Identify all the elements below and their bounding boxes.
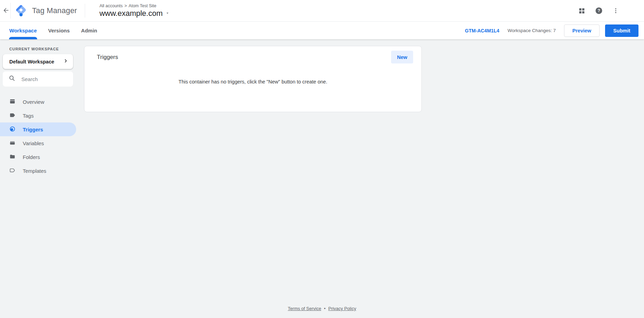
tag-manager-logo-icon (14, 3, 28, 18)
chevron-right-icon (63, 58, 68, 65)
sidebar-item-tags[interactable]: Tags (0, 109, 76, 122)
triggers-card: Triggers New This container has no trigg… (84, 46, 422, 112)
container-name: www.example.com (100, 9, 163, 18)
empty-state-message: This container has no triggers, click th… (84, 79, 421, 85)
container-selector[interactable]: www.example.com (100, 9, 170, 18)
sidebar-item-triggers[interactable]: Triggers (0, 122, 76, 136)
header-divider (10, 3, 11, 19)
page-title: Triggers (97, 54, 118, 61)
caret-down-icon (165, 10, 170, 17)
container-id-link[interactable]: GTM-AC4M1L4 (465, 28, 499, 33)
back-arrow-icon (2, 7, 10, 15)
tag-manager-logo-link[interactable]: Tag Manager (14, 3, 77, 18)
tab-workspace[interactable]: Workspace (9, 22, 37, 39)
template-icon (9, 167, 16, 175)
privacy-policy-link[interactable]: Privacy Policy (328, 306, 356, 311)
breadcrumb-all-accounts-link[interactable]: All accounts (100, 3, 123, 8)
submit-button[interactable]: Submit (605, 24, 638, 37)
variables-icon (9, 140, 16, 147)
breadcrumb-account-link[interactable]: Atom Test Site (129, 3, 156, 8)
sidebar-item-variables[interactable]: Variables (0, 136, 76, 150)
search-icon (9, 75, 16, 83)
workspace-changes-count: 7 (553, 28, 556, 33)
sidebar-item-templates[interactable]: Templates (0, 164, 76, 178)
sidebar: CURRENT WORKSPACE Default Workspace Over… (0, 39, 76, 318)
preview-button[interactable]: Preview (564, 24, 600, 37)
folder-icon (9, 153, 16, 161)
main-area: Triggers New This container has no trigg… (76, 39, 644, 318)
current-workspace-label: CURRENT WORKSPACE (9, 47, 76, 51)
breadcrumb: All accounts > Atom Test Site www.exampl… (100, 3, 170, 18)
sidebar-nav: Overview Tags Triggers Variables (0, 95, 76, 178)
sidebar-item-overview[interactable]: Overview (0, 95, 76, 109)
apps-grid-icon[interactable] (578, 7, 585, 14)
tab-bar: Workspace Versions Admin GTM-AC4M1L4 Wor… (0, 21, 644, 39)
tag-icon (9, 112, 16, 119)
active-tab-indicator (9, 37, 37, 39)
workspace-changes-label: Workspace Changes: (508, 28, 552, 33)
page-footer: Terms of Service•Privacy Policy (0, 306, 644, 311)
kebab-menu-icon[interactable] (612, 7, 619, 15)
back-button[interactable] (1, 5, 10, 17)
page-content: CURRENT WORKSPACE Default Workspace Over… (0, 39, 644, 318)
overview-icon (9, 98, 16, 106)
new-trigger-button[interactable]: New (391, 51, 413, 63)
footer-separator: • (324, 306, 326, 311)
workspace-changes: Workspace Changes: 7 (508, 28, 556, 33)
trigger-icon (9, 126, 16, 133)
sidebar-item-folders[interactable]: Folders (0, 150, 76, 164)
terms-of-service-link[interactable]: Terms of Service (288, 306, 321, 311)
header-divider (85, 4, 85, 18)
help-icon[interactable]: ? (595, 7, 603, 15)
app-header: Tag Manager All accounts > Atom Test Sit… (0, 0, 644, 21)
workspace-name: Default Workspace (9, 59, 63, 64)
svg-text:?: ? (597, 8, 600, 13)
tab-admin[interactable]: Admin (81, 22, 97, 39)
app-title: Tag Manager (32, 6, 77, 15)
workspace-selector[interactable]: Default Workspace (3, 54, 73, 69)
tab-versions[interactable]: Versions (48, 22, 70, 39)
breadcrumb-separator: > (124, 3, 127, 8)
sidebar-search (3, 71, 73, 87)
